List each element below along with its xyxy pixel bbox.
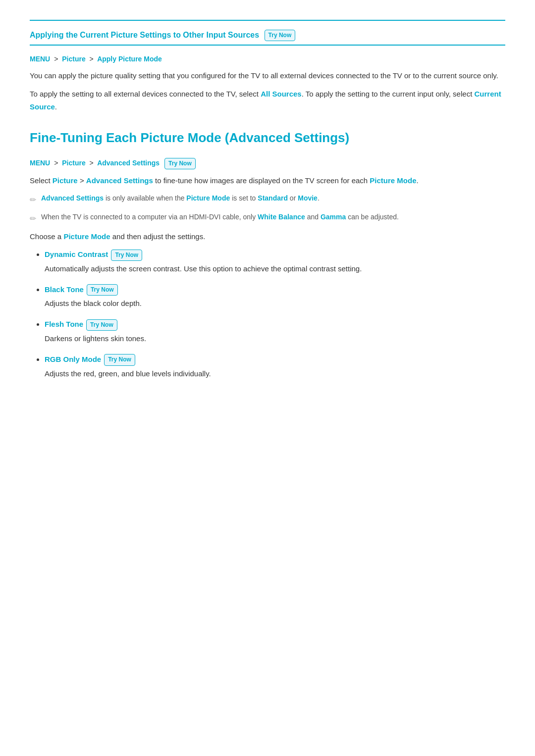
top-section: Applying the Current Picture Settings to… — [30, 20, 505, 113]
choose-picture-mode: Picture Mode — [63, 232, 110, 241]
try-now-badge-top[interactable]: Try Now — [265, 30, 296, 41]
note-block-2: ✏ When the TV is connected to a computer… — [30, 211, 505, 225]
breadcrumb-menu[interactable]: MENU — [30, 55, 50, 63]
breadcrumb-top: MENU > Picture > Apply Picture Mode — [30, 53, 505, 64]
try-now-badge-item-2[interactable]: Try Now — [86, 319, 117, 331]
pencil-icon-2: ✏ — [30, 212, 36, 225]
breadcrumb-main-sep1: > — [54, 159, 58, 167]
note1-text: Advanced Settings is only available when… — [41, 193, 320, 203]
list-item: Flesh ToneTry NowDarkens or lightens ski… — [45, 318, 505, 345]
breadcrumb-main-menu[interactable]: MENU — [30, 159, 50, 167]
top-para1: You can apply the picture quality settin… — [30, 69, 505, 82]
all-sources-link[interactable]: All Sources — [261, 90, 302, 98]
breadcrumb-picture[interactable]: Picture — [62, 55, 85, 63]
breadcrumb-apply-picture-mode[interactable]: Apply Picture Mode — [97, 55, 162, 63]
top-para2: To apply the setting to all external dev… — [30, 88, 505, 113]
bullet-label[interactable]: Dynamic Contrast — [45, 250, 108, 258]
note2-text: When the TV is connected to a computer v… — [41, 211, 399, 222]
main-heading: Fine-Tuning Each Picture Mode (Advanced … — [30, 128, 505, 149]
breadcrumb-main-advanced[interactable]: Advanced Settings — [97, 159, 160, 167]
breadcrumb-sep1: > — [54, 55, 58, 63]
main-section: Fine-Tuning Each Picture Mode (Advanced … — [30, 128, 505, 379]
try-now-badge-main[interactable]: Try Now — [164, 158, 196, 169]
bullet-label[interactable]: Flesh Tone — [45, 320, 83, 328]
intro-picture-mode: Picture Mode — [370, 176, 416, 185]
bullet-description: Adjusts the red, green, and blue levels … — [45, 368, 505, 380]
bullet-description: Darkens or lightens skin tones. — [45, 333, 505, 345]
breadcrumb-main-picture[interactable]: Picture — [62, 159, 85, 167]
list-item: Dynamic ContrastTry NowAutomatically adj… — [45, 249, 505, 275]
top-section-title: Applying the Current Picture Settings to… — [30, 29, 505, 46]
try-now-badge-item-1[interactable]: Try Now — [87, 284, 118, 296]
try-now-badge-item-0[interactable]: Try Now — [111, 250, 142, 261]
intro-advanced-settings: Advanced Settings — [86, 176, 153, 185]
choose-para: Choose a Picture Mode and then adjust th… — [30, 230, 505, 243]
list-item: RGB Only ModeTry NowAdjusts the red, gre… — [45, 353, 505, 380]
breadcrumb-main: MENU > Picture > Advanced Settings Try N… — [30, 157, 505, 169]
breadcrumb-main-sep2: > — [90, 159, 94, 167]
bullet-description: Automatically adjusts the screen contras… — [45, 263, 505, 275]
note-block-1: ✏ Advanced Settings is only available wh… — [30, 193, 505, 206]
intro-para: Select Picture > Advanced Settings to fi… — [30, 174, 505, 187]
bullet-description: Adjusts the black color depth. — [45, 298, 505, 309]
breadcrumb-sep2: > — [90, 55, 94, 63]
try-now-badge-item-3[interactable]: Try Now — [104, 354, 135, 365]
intro-picture: Picture — [53, 176, 78, 185]
bullet-label[interactable]: RGB Only Mode — [45, 355, 101, 363]
bullet-label[interactable]: Black Tone — [45, 285, 84, 294]
settings-list: Dynamic ContrastTry NowAutomatically adj… — [30, 249, 505, 380]
list-item: Black ToneTry NowAdjusts the black color… — [45, 284, 505, 310]
pencil-icon-1: ✏ — [30, 194, 36, 206]
